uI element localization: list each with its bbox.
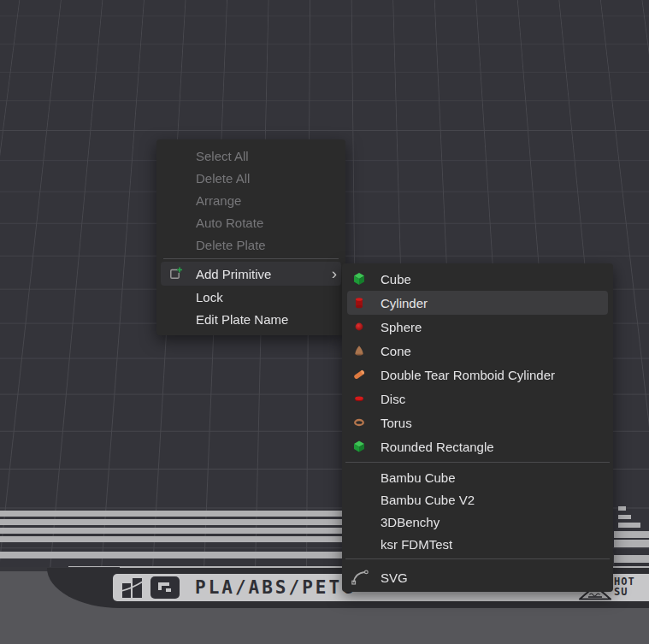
plate-stripe: [0, 552, 342, 558]
submenu-item-sphere[interactable]: Sphere: [347, 315, 608, 339]
submenu-item-bambu-cube[interactable]: Bambu Cube: [347, 466, 608, 488]
hot-surface-label: HOT SU: [614, 576, 635, 597]
cylinder-icon: [352, 296, 366, 310]
menu-separator: [163, 258, 339, 259]
menu-item-arrange[interactable]: Arrange: [156, 189, 345, 211]
submenu-item-cylinder[interactable]: Cylinder: [347, 291, 608, 315]
submenu-separator: [345, 462, 610, 463]
submenu-item-torus[interactable]: Torus: [347, 411, 608, 434]
plate-stripe: [618, 523, 640, 528]
menu-item-add-primitive[interactable]: Add Primitive ›: [161, 262, 341, 286]
sphere-icon: [352, 320, 366, 334]
submenu-item-double-tear-romboid-cylinder[interactable]: Double Tear Romboid Cylinder: [347, 363, 608, 387]
menu-item-delete-plate[interactable]: Delete Plate: [156, 233, 345, 256]
submenu-item-svg[interactable]: SVG: [347, 563, 608, 592]
submenu-item-ksr-fdmtest[interactable]: ksr FDMTest: [347, 533, 608, 555]
submenu-item-bambu-cube-v2[interactable]: Bambu Cube V2: [347, 488, 608, 511]
bambu-logo-icon: [121, 576, 144, 600]
romboid-cylinder-icon: [352, 368, 366, 381]
context-menu: Select All Delete All Arrange Auto Rotat…: [156, 139, 345, 335]
plate-stripe: [618, 515, 631, 519]
svg-curve-icon: [351, 568, 369, 587]
plate-stripe: [0, 519, 342, 525]
plate-stripe: [0, 511, 342, 517]
menu-item-edit-plate-name[interactable]: Edit Plate Name: [156, 308, 345, 330]
disc-icon: [352, 392, 366, 405]
submenu-item-cube[interactable]: Cube: [347, 267, 608, 291]
plate-stripe: [614, 555, 649, 563]
rounded-rectangle-icon: [352, 440, 366, 453]
menu-item-delete-all[interactable]: Delete All: [156, 167, 345, 189]
menu-item-select-all[interactable]: Select All: [156, 145, 345, 167]
plate-stripe: [0, 536, 342, 542]
plate-badge-icon: [150, 576, 180, 600]
submenu-item-cone[interactable]: Cone: [347, 339, 608, 363]
cube-icon: [352, 272, 366, 286]
torus-icon: [352, 416, 366, 429]
plate-stripe: [0, 528, 342, 534]
submenu-item-3dbenchy[interactable]: 3DBenchy: [347, 511, 608, 533]
add-primitive-icon: [168, 266, 183, 281]
submenu-item-rounded-rectangle[interactable]: Rounded Rectangle: [347, 434, 608, 458]
plate-stripe: [614, 540, 649, 547]
plate-type-label: PLA/ABS/PETG: [195, 577, 356, 598]
menu-item-auto-rotate[interactable]: Auto Rotate: [156, 211, 345, 233]
submenu-separator: [345, 558, 610, 559]
plate-stripe: [614, 531, 649, 538]
menu-item-lock[interactable]: Lock: [156, 286, 345, 308]
add-primitive-submenu: Cube Cylinder Sphere Cone: [342, 263, 613, 592]
submenu-chevron-icon: ›: [332, 265, 337, 283]
plate-stripe: [618, 506, 626, 511]
submenu-item-disc[interactable]: Disc: [347, 387, 608, 411]
cone-icon: [352, 344, 366, 357]
